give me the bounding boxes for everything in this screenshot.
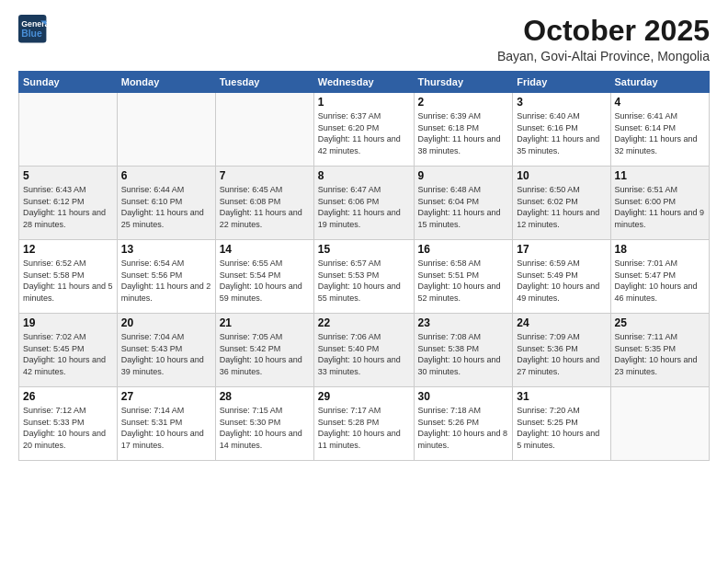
table-row: 29Sunrise: 7:17 AM Sunset: 5:28 PM Dayli… — [313, 387, 414, 461]
page-container: General Blue October 2025 Bayan, Govi-Al… — [0, 0, 728, 563]
table-row — [19, 93, 118, 167]
table-row: 15Sunrise: 6:57 AM Sunset: 5:53 PM Dayli… — [313, 240, 414, 314]
day-number: 15 — [318, 243, 410, 256]
table-row: 28Sunrise: 7:15 AM Sunset: 5:30 PM Dayli… — [215, 387, 313, 461]
title-block: October 2025 Bayan, Govi-Altai Province,… — [497, 15, 710, 63]
day-detail: Sunrise: 7:02 AM Sunset: 5:45 PM Dayligh… — [23, 331, 113, 377]
day-number: 1 — [318, 96, 410, 109]
day-number: 8 — [318, 169, 410, 182]
table-row: 5Sunrise: 6:43 AM Sunset: 6:12 PM Daylig… — [19, 167, 118, 240]
table-row: 9Sunrise: 6:48 AM Sunset: 6:04 PM Daylig… — [414, 167, 513, 240]
day-detail: Sunrise: 6:40 AM Sunset: 6:16 PM Dayligh… — [517, 110, 606, 156]
day-detail: Sunrise: 6:43 AM Sunset: 6:12 PM Dayligh… — [23, 184, 113, 230]
col-sunday: Sunday — [19, 72, 118, 93]
day-number: 25 — [615, 316, 705, 329]
day-detail: Sunrise: 6:47 AM Sunset: 6:06 PM Dayligh… — [318, 184, 410, 230]
day-number: 21 — [220, 316, 310, 329]
day-number: 10 — [517, 169, 606, 182]
day-detail: Sunrise: 6:54 AM Sunset: 5:56 PM Dayligh… — [121, 258, 211, 304]
table-row: 31Sunrise: 7:20 AM Sunset: 5:25 PM Dayli… — [513, 387, 610, 461]
day-number: 20 — [121, 316, 211, 329]
day-detail: Sunrise: 6:55 AM Sunset: 5:54 PM Dayligh… — [220, 258, 310, 304]
day-number: 22 — [318, 316, 410, 329]
table-row: 24Sunrise: 7:09 AM Sunset: 5:36 PM Dayli… — [513, 314, 610, 387]
day-number: 13 — [121, 243, 211, 256]
table-row: 20Sunrise: 7:04 AM Sunset: 5:43 PM Dayli… — [117, 314, 215, 387]
day-number: 31 — [517, 390, 606, 403]
month-title: October 2025 — [497, 15, 710, 47]
logo: General Blue — [18, 15, 51, 44]
day-detail: Sunrise: 6:52 AM Sunset: 5:58 PM Dayligh… — [23, 258, 113, 304]
day-number: 14 — [220, 243, 310, 256]
day-detail: Sunrise: 6:44 AM Sunset: 6:10 PM Dayligh… — [121, 184, 211, 230]
calendar-week-row: 12Sunrise: 6:52 AM Sunset: 5:58 PM Dayli… — [19, 240, 710, 314]
header: General Blue October 2025 Bayan, Govi-Al… — [18, 15, 710, 63]
day-detail: Sunrise: 7:20 AM Sunset: 5:25 PM Dayligh… — [517, 405, 606, 451]
day-detail: Sunrise: 6:58 AM Sunset: 5:51 PM Dayligh… — [418, 258, 509, 304]
day-number: 7 — [220, 169, 310, 182]
day-number: 30 — [418, 390, 509, 403]
day-detail: Sunrise: 7:05 AM Sunset: 5:42 PM Dayligh… — [220, 331, 310, 377]
table-row: 2Sunrise: 6:39 AM Sunset: 6:18 PM Daylig… — [414, 93, 513, 167]
day-detail: Sunrise: 7:15 AM Sunset: 5:30 PM Dayligh… — [220, 405, 310, 451]
day-number: 12 — [23, 243, 113, 256]
table-row: 27Sunrise: 7:14 AM Sunset: 5:31 PM Dayli… — [117, 387, 215, 461]
day-detail: Sunrise: 6:50 AM Sunset: 6:02 PM Dayligh… — [517, 184, 606, 230]
day-detail: Sunrise: 6:59 AM Sunset: 5:49 PM Dayligh… — [517, 258, 606, 304]
day-number: 17 — [517, 243, 606, 256]
day-detail: Sunrise: 6:39 AM Sunset: 6:18 PM Dayligh… — [418, 110, 509, 156]
table-row: 18Sunrise: 7:01 AM Sunset: 5:47 PM Dayli… — [610, 240, 709, 314]
table-row: 30Sunrise: 7:18 AM Sunset: 5:26 PM Dayli… — [414, 387, 513, 461]
table-row: 6Sunrise: 6:44 AM Sunset: 6:10 PM Daylig… — [117, 167, 215, 240]
day-detail: Sunrise: 6:57 AM Sunset: 5:53 PM Dayligh… — [318, 258, 410, 304]
day-detail: Sunrise: 6:45 AM Sunset: 6:08 PM Dayligh… — [220, 184, 310, 230]
day-number: 11 — [615, 169, 705, 182]
table-row: 21Sunrise: 7:05 AM Sunset: 5:42 PM Dayli… — [215, 314, 313, 387]
col-thursday: Thursday — [414, 72, 513, 93]
table-row — [117, 93, 215, 167]
calendar-table: Sunday Monday Tuesday Wednesday Thursday… — [18, 71, 710, 461]
day-number: 4 — [615, 96, 705, 109]
table-row: 7Sunrise: 6:45 AM Sunset: 6:08 PM Daylig… — [215, 167, 313, 240]
day-detail: Sunrise: 6:41 AM Sunset: 6:14 PM Dayligh… — [615, 110, 705, 156]
table-row: 1Sunrise: 6:37 AM Sunset: 6:20 PM Daylig… — [313, 93, 414, 167]
day-detail: Sunrise: 7:12 AM Sunset: 5:33 PM Dayligh… — [23, 405, 113, 451]
day-number: 26 — [23, 390, 113, 403]
day-number: 24 — [517, 316, 606, 329]
table-row: 16Sunrise: 6:58 AM Sunset: 5:51 PM Dayli… — [414, 240, 513, 314]
table-row: 13Sunrise: 6:54 AM Sunset: 5:56 PM Dayli… — [117, 240, 215, 314]
day-detail: Sunrise: 7:04 AM Sunset: 5:43 PM Dayligh… — [121, 331, 211, 377]
day-detail: Sunrise: 7:06 AM Sunset: 5:40 PM Dayligh… — [318, 331, 410, 377]
day-number: 9 — [418, 169, 509, 182]
table-row: 23Sunrise: 7:08 AM Sunset: 5:38 PM Dayli… — [414, 314, 513, 387]
day-detail: Sunrise: 7:17 AM Sunset: 5:28 PM Dayligh… — [318, 405, 410, 451]
calendar-header-row: Sunday Monday Tuesday Wednesday Thursday… — [19, 72, 710, 93]
table-row: 3Sunrise: 6:40 AM Sunset: 6:16 PM Daylig… — [513, 93, 610, 167]
day-detail: Sunrise: 7:01 AM Sunset: 5:47 PM Dayligh… — [615, 258, 705, 304]
table-row — [610, 387, 709, 461]
col-saturday: Saturday — [610, 72, 709, 93]
table-row: 26Sunrise: 7:12 AM Sunset: 5:33 PM Dayli… — [19, 387, 118, 461]
col-monday: Monday — [117, 72, 215, 93]
svg-text:Blue: Blue — [21, 29, 42, 39]
day-detail: Sunrise: 7:14 AM Sunset: 5:31 PM Dayligh… — [121, 405, 211, 451]
col-friday: Friday — [513, 72, 610, 93]
calendar-week-row: 1Sunrise: 6:37 AM Sunset: 6:20 PM Daylig… — [19, 93, 710, 167]
day-number: 29 — [318, 390, 410, 403]
day-number: 6 — [121, 169, 211, 182]
table-row: 25Sunrise: 7:11 AM Sunset: 5:35 PM Dayli… — [610, 314, 709, 387]
col-wednesday: Wednesday — [313, 72, 414, 93]
table-row: 8Sunrise: 6:47 AM Sunset: 6:06 PM Daylig… — [313, 167, 414, 240]
day-number: 3 — [517, 96, 606, 109]
day-number: 2 — [418, 96, 509, 109]
svg-text:General: General — [21, 19, 48, 29]
day-detail: Sunrise: 7:18 AM Sunset: 5:26 PM Dayligh… — [418, 405, 509, 451]
col-tuesday: Tuesday — [215, 72, 313, 93]
logo-icon: General Blue — [18, 15, 48, 44]
day-detail: Sunrise: 7:08 AM Sunset: 5:38 PM Dayligh… — [418, 331, 509, 377]
table-row: 4Sunrise: 6:41 AM Sunset: 6:14 PM Daylig… — [610, 93, 709, 167]
table-row: 17Sunrise: 6:59 AM Sunset: 5:49 PM Dayli… — [513, 240, 610, 314]
day-number: 16 — [418, 243, 509, 256]
table-row: 11Sunrise: 6:51 AM Sunset: 6:00 PM Dayli… — [610, 167, 709, 240]
table-row: 14Sunrise: 6:55 AM Sunset: 5:54 PM Dayli… — [215, 240, 313, 314]
